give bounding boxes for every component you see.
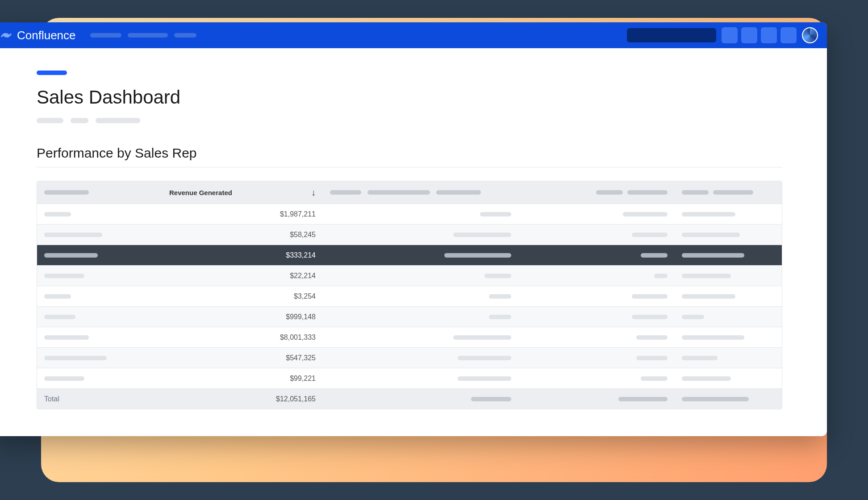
titlebar-left: Confluence: [1, 29, 196, 42]
backdrop: Confluence Sales Dashboa: [41, 18, 827, 482]
table-row[interactable]: $8,001,333: [37, 327, 782, 347]
page-content: Sales Dashboard Performance by Sales Rep…: [0, 48, 827, 436]
data-cell: [675, 253, 782, 258]
name-cell: [37, 376, 162, 381]
table-total-row: Total $12,051,165: [37, 388, 782, 409]
data-cell: [323, 274, 518, 278]
breadcrumb: [37, 118, 782, 123]
data-cell: [518, 212, 675, 217]
action-button[interactable]: [761, 27, 777, 43]
data-cell: [675, 376, 782, 381]
total-label-cell: Total: [37, 395, 162, 403]
data-cell: [518, 376, 675, 381]
data-cell: [518, 253, 675, 258]
breadcrumb-item[interactable]: [37, 118, 63, 123]
name-cell: [37, 233, 162, 237]
data-cell: [518, 233, 675, 237]
data-cell: [323, 212, 518, 217]
data-cell: [675, 315, 782, 319]
total-revenue: $12,051,165: [276, 395, 316, 403]
data-cell: [675, 233, 782, 237]
table-row[interactable]: $333,214: [37, 245, 782, 265]
titlebar-right: [627, 27, 818, 43]
app-name: Confluence: [17, 29, 76, 42]
data-cell: [323, 233, 518, 237]
data-cell: [323, 294, 518, 299]
data-cell: [518, 294, 675, 299]
revenue-cell: $1,987,211: [162, 210, 323, 218]
table-row[interactable]: $547,325: [37, 347, 782, 368]
data-cell: [675, 335, 782, 340]
name-cell: [37, 356, 162, 360]
data-cell: [518, 315, 675, 319]
table-header: Revenue Generated ↓: [37, 181, 782, 204]
revenue-cell: $333,214: [162, 251, 323, 259]
nav-item[interactable]: [174, 33, 196, 38]
sort-desc-icon: ↓: [311, 188, 316, 198]
name-cell: [37, 294, 162, 299]
table-row[interactable]: $58,245: [37, 224, 782, 245]
table-row[interactable]: $99,221: [37, 368, 782, 388]
name-cell: [37, 212, 162, 217]
data-cell: [675, 356, 782, 360]
column-header-5[interactable]: [675, 190, 782, 195]
sales-table: Revenue Generated ↓: [37, 181, 782, 409]
revenue-header-label: Revenue Generated: [169, 189, 232, 196]
data-cell: [323, 356, 518, 360]
breadcrumb-item[interactable]: [71, 118, 88, 123]
accent-bar: [37, 71, 67, 75]
total-revenue-cell: $12,051,165: [162, 395, 323, 403]
table-row[interactable]: $3,254: [37, 286, 782, 306]
name-cell: [37, 253, 162, 258]
titlebar: Confluence: [0, 22, 827, 48]
nav-item[interactable]: [128, 33, 168, 38]
page-title: Sales Dashboard: [37, 87, 782, 108]
action-buttons: [722, 27, 797, 43]
breadcrumb-item[interactable]: [96, 118, 140, 123]
data-cell: [675, 274, 782, 278]
action-button[interactable]: [780, 27, 797, 43]
revenue-cell: $99,221: [162, 375, 323, 383]
column-header-name[interactable]: [37, 190, 162, 195]
app-window: Confluence Sales Dashboa: [0, 22, 827, 436]
data-cell: [518, 335, 675, 340]
revenue-cell: $22,214: [162, 272, 323, 280]
search-input[interactable]: [627, 28, 716, 42]
nav-placeholder: [90, 33, 196, 38]
data-cell: [675, 212, 782, 217]
name-cell: [37, 335, 162, 340]
nav-item[interactable]: [90, 33, 121, 38]
data-cell: [518, 274, 675, 278]
action-button[interactable]: [741, 27, 757, 43]
revenue-cell: $8,001,333: [162, 333, 323, 342]
data-cell: [518, 356, 675, 360]
total-label: Total: [44, 395, 59, 403]
data-cell: [323, 376, 518, 381]
section-title: Performance by Sales Rep: [37, 146, 782, 167]
column-header-revenue[interactable]: Revenue Generated ↓: [162, 188, 323, 198]
action-button[interactable]: [722, 27, 738, 43]
avatar[interactable]: [802, 27, 818, 43]
revenue-cell: $547,325: [162, 354, 323, 362]
revenue-cell: $999,148: [162, 313, 323, 321]
data-cell: [675, 294, 782, 299]
table-row[interactable]: $1,987,211: [37, 204, 782, 224]
table-row[interactable]: $22,214: [37, 265, 782, 286]
data-cell: [323, 253, 518, 258]
table-row[interactable]: $999,148: [37, 306, 782, 327]
total-cell: [518, 397, 675, 401]
revenue-cell: $58,245: [162, 231, 323, 239]
column-header-4[interactable]: [518, 190, 675, 195]
total-cell: [323, 397, 518, 401]
name-cell: [37, 315, 162, 319]
name-cell: [37, 274, 162, 278]
confluence-logo-icon: [1, 30, 12, 41]
data-cell: [323, 315, 518, 319]
revenue-cell: $3,254: [162, 292, 323, 300]
total-cell: [675, 397, 782, 401]
column-header-group[interactable]: [323, 190, 518, 195]
data-cell: [323, 335, 518, 340]
